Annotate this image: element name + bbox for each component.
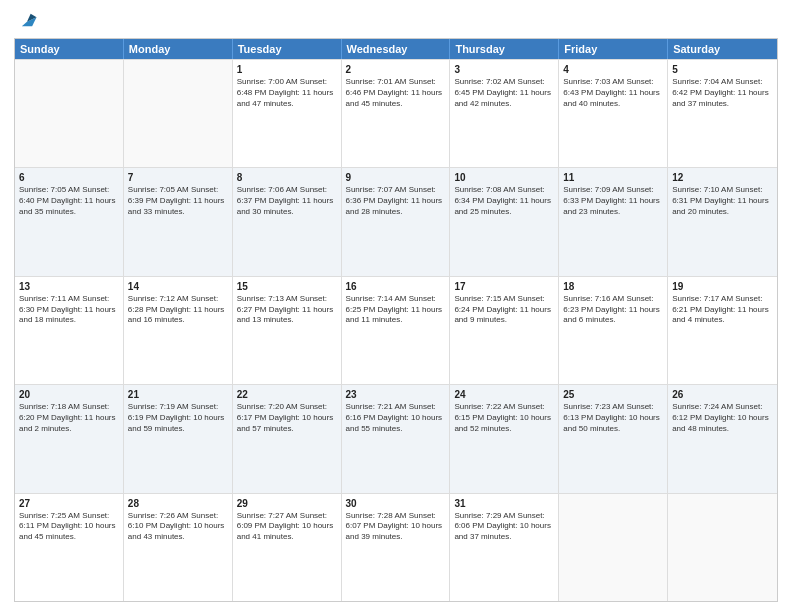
cal-week-5: 27Sunrise: 7:25 AM Sunset: 6:11 PM Dayli… — [15, 493, 777, 601]
cell-info: Sunrise: 7:21 AM Sunset: 6:16 PM Dayligh… — [346, 402, 446, 434]
day-number: 29 — [237, 497, 337, 510]
day-number: 25 — [563, 388, 663, 401]
logo — [14, 10, 38, 32]
cal-header-saturday: Saturday — [668, 39, 777, 59]
day-number: 14 — [128, 280, 228, 293]
cal-cell: 14Sunrise: 7:12 AM Sunset: 6:28 PM Dayli… — [124, 277, 233, 384]
page: SundayMondayTuesdayWednesdayThursdayFrid… — [0, 0, 792, 612]
cell-info: Sunrise: 7:20 AM Sunset: 6:17 PM Dayligh… — [237, 402, 337, 434]
cal-cell: 29Sunrise: 7:27 AM Sunset: 6:09 PM Dayli… — [233, 494, 342, 601]
cell-info: Sunrise: 7:15 AM Sunset: 6:24 PM Dayligh… — [454, 294, 554, 326]
cal-cell: 1Sunrise: 7:00 AM Sunset: 6:48 PM Daylig… — [233, 60, 342, 167]
day-number: 17 — [454, 280, 554, 293]
day-number: 6 — [19, 171, 119, 184]
cal-cell: 11Sunrise: 7:09 AM Sunset: 6:33 PM Dayli… — [559, 168, 668, 275]
cal-cell: 15Sunrise: 7:13 AM Sunset: 6:27 PM Dayli… — [233, 277, 342, 384]
cal-cell: 5Sunrise: 7:04 AM Sunset: 6:42 PM Daylig… — [668, 60, 777, 167]
day-number: 24 — [454, 388, 554, 401]
cal-cell: 22Sunrise: 7:20 AM Sunset: 6:17 PM Dayli… — [233, 385, 342, 492]
day-number: 23 — [346, 388, 446, 401]
cell-info: Sunrise: 7:11 AM Sunset: 6:30 PM Dayligh… — [19, 294, 119, 326]
cell-info: Sunrise: 7:05 AM Sunset: 6:40 PM Dayligh… — [19, 185, 119, 217]
cell-info: Sunrise: 7:12 AM Sunset: 6:28 PM Dayligh… — [128, 294, 228, 326]
cal-cell — [668, 494, 777, 601]
cell-info: Sunrise: 7:19 AM Sunset: 6:19 PM Dayligh… — [128, 402, 228, 434]
cal-cell — [15, 60, 124, 167]
cell-info: Sunrise: 7:23 AM Sunset: 6:13 PM Dayligh… — [563, 402, 663, 434]
cal-week-2: 6Sunrise: 7:05 AM Sunset: 6:40 PM Daylig… — [15, 167, 777, 275]
day-number: 11 — [563, 171, 663, 184]
cal-header-monday: Monday — [124, 39, 233, 59]
header — [14, 10, 778, 32]
calendar: SundayMondayTuesdayWednesdayThursdayFrid… — [14, 38, 778, 602]
day-number: 3 — [454, 63, 554, 76]
calendar-body: 1Sunrise: 7:00 AM Sunset: 6:48 PM Daylig… — [15, 59, 777, 601]
cal-header-thursday: Thursday — [450, 39, 559, 59]
day-number: 27 — [19, 497, 119, 510]
cell-info: Sunrise: 7:25 AM Sunset: 6:11 PM Dayligh… — [19, 511, 119, 543]
cell-info: Sunrise: 7:29 AM Sunset: 6:06 PM Dayligh… — [454, 511, 554, 543]
cal-cell: 2Sunrise: 7:01 AM Sunset: 6:46 PM Daylig… — [342, 60, 451, 167]
day-number: 31 — [454, 497, 554, 510]
day-number: 15 — [237, 280, 337, 293]
day-number: 18 — [563, 280, 663, 293]
cal-cell: 23Sunrise: 7:21 AM Sunset: 6:16 PM Dayli… — [342, 385, 451, 492]
cal-header-tuesday: Tuesday — [233, 39, 342, 59]
cal-week-4: 20Sunrise: 7:18 AM Sunset: 6:20 PM Dayli… — [15, 384, 777, 492]
cal-cell: 21Sunrise: 7:19 AM Sunset: 6:19 PM Dayli… — [124, 385, 233, 492]
day-number: 2 — [346, 63, 446, 76]
cal-cell: 7Sunrise: 7:05 AM Sunset: 6:39 PM Daylig… — [124, 168, 233, 275]
day-number: 4 — [563, 63, 663, 76]
cell-info: Sunrise: 7:18 AM Sunset: 6:20 PM Dayligh… — [19, 402, 119, 434]
cell-info: Sunrise: 7:07 AM Sunset: 6:36 PM Dayligh… — [346, 185, 446, 217]
cal-cell — [559, 494, 668, 601]
cal-cell: 6Sunrise: 7:05 AM Sunset: 6:40 PM Daylig… — [15, 168, 124, 275]
day-number: 28 — [128, 497, 228, 510]
cell-info: Sunrise: 7:26 AM Sunset: 6:10 PM Dayligh… — [128, 511, 228, 543]
cal-cell: 9Sunrise: 7:07 AM Sunset: 6:36 PM Daylig… — [342, 168, 451, 275]
cell-info: Sunrise: 7:02 AM Sunset: 6:45 PM Dayligh… — [454, 77, 554, 109]
cal-cell: 27Sunrise: 7:25 AM Sunset: 6:11 PM Dayli… — [15, 494, 124, 601]
day-number: 21 — [128, 388, 228, 401]
cell-info: Sunrise: 7:09 AM Sunset: 6:33 PM Dayligh… — [563, 185, 663, 217]
day-number: 9 — [346, 171, 446, 184]
cal-cell: 13Sunrise: 7:11 AM Sunset: 6:30 PM Dayli… — [15, 277, 124, 384]
cell-info: Sunrise: 7:00 AM Sunset: 6:48 PM Dayligh… — [237, 77, 337, 109]
cell-info: Sunrise: 7:08 AM Sunset: 6:34 PM Dayligh… — [454, 185, 554, 217]
cal-cell: 26Sunrise: 7:24 AM Sunset: 6:12 PM Dayli… — [668, 385, 777, 492]
cal-cell: 10Sunrise: 7:08 AM Sunset: 6:34 PM Dayli… — [450, 168, 559, 275]
cell-info: Sunrise: 7:06 AM Sunset: 6:37 PM Dayligh… — [237, 185, 337, 217]
day-number: 22 — [237, 388, 337, 401]
cell-info: Sunrise: 7:22 AM Sunset: 6:15 PM Dayligh… — [454, 402, 554, 434]
cell-info: Sunrise: 7:05 AM Sunset: 6:39 PM Dayligh… — [128, 185, 228, 217]
calendar-header: SundayMondayTuesdayWednesdayThursdayFrid… — [15, 39, 777, 59]
cell-info: Sunrise: 7:17 AM Sunset: 6:21 PM Dayligh… — [672, 294, 773, 326]
cal-cell: 17Sunrise: 7:15 AM Sunset: 6:24 PM Dayli… — [450, 277, 559, 384]
cal-cell: 24Sunrise: 7:22 AM Sunset: 6:15 PM Dayli… — [450, 385, 559, 492]
cell-info: Sunrise: 7:24 AM Sunset: 6:12 PM Dayligh… — [672, 402, 773, 434]
cal-header-sunday: Sunday — [15, 39, 124, 59]
cell-info: Sunrise: 7:03 AM Sunset: 6:43 PM Dayligh… — [563, 77, 663, 109]
day-number: 16 — [346, 280, 446, 293]
day-number: 10 — [454, 171, 554, 184]
cal-cell: 30Sunrise: 7:28 AM Sunset: 6:07 PM Dayli… — [342, 494, 451, 601]
cal-cell: 20Sunrise: 7:18 AM Sunset: 6:20 PM Dayli… — [15, 385, 124, 492]
cal-cell: 18Sunrise: 7:16 AM Sunset: 6:23 PM Dayli… — [559, 277, 668, 384]
cell-info: Sunrise: 7:16 AM Sunset: 6:23 PM Dayligh… — [563, 294, 663, 326]
day-number: 7 — [128, 171, 228, 184]
cell-info: Sunrise: 7:10 AM Sunset: 6:31 PM Dayligh… — [672, 185, 773, 217]
cal-header-friday: Friday — [559, 39, 668, 59]
cell-info: Sunrise: 7:28 AM Sunset: 6:07 PM Dayligh… — [346, 511, 446, 543]
cal-cell: 25Sunrise: 7:23 AM Sunset: 6:13 PM Dayli… — [559, 385, 668, 492]
day-number: 26 — [672, 388, 773, 401]
cal-cell: 28Sunrise: 7:26 AM Sunset: 6:10 PM Dayli… — [124, 494, 233, 601]
day-number: 8 — [237, 171, 337, 184]
cal-week-1: 1Sunrise: 7:00 AM Sunset: 6:48 PM Daylig… — [15, 59, 777, 167]
cal-cell: 4Sunrise: 7:03 AM Sunset: 6:43 PM Daylig… — [559, 60, 668, 167]
logo-icon — [16, 10, 38, 32]
cal-header-wednesday: Wednesday — [342, 39, 451, 59]
day-number: 20 — [19, 388, 119, 401]
cal-cell: 12Sunrise: 7:10 AM Sunset: 6:31 PM Dayli… — [668, 168, 777, 275]
day-number: 13 — [19, 280, 119, 293]
cell-info: Sunrise: 7:27 AM Sunset: 6:09 PM Dayligh… — [237, 511, 337, 543]
